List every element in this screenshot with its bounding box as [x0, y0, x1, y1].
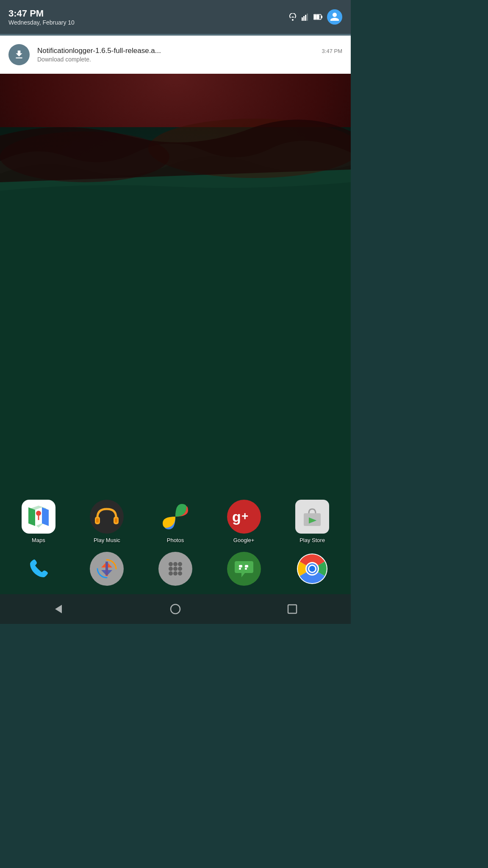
- avatar[interactable]: [327, 9, 342, 25]
- svg-point-39: [173, 567, 177, 571]
- app-row-dock: [4, 548, 347, 586]
- photos-icon: [158, 500, 192, 534]
- nav-recents-button[interactable]: [280, 597, 305, 621]
- app-migrate[interactable]: [86, 552, 128, 586]
- app-photos[interactable]: Photos: [154, 500, 197, 543]
- app-row-main: Maps Play Musi: [4, 500, 347, 548]
- svg-rect-44: [239, 565, 242, 568]
- svg-text:+: +: [241, 509, 248, 523]
- svg-point-36: [173, 562, 177, 566]
- google-plus-icon: g +: [227, 500, 261, 534]
- google-plus-label: Google+: [233, 537, 255, 543]
- maps-icon: [22, 500, 55, 534]
- svg-rect-55: [288, 605, 297, 613]
- svg-rect-7: [305, 15, 306, 21]
- svg-point-54: [171, 604, 180, 614]
- svg-point-43: [178, 571, 182, 576]
- app-google-plus[interactable]: g + Google+: [223, 500, 265, 543]
- notification-divider: [0, 34, 351, 36]
- svg-point-37: [178, 562, 182, 566]
- svg-point-21: [36, 511, 41, 516]
- notification-title: Notificationlogger-1.6.5-full-release.a.…: [37, 47, 161, 55]
- launcher-icon: [158, 552, 192, 586]
- chrome-icon: [295, 552, 329, 586]
- photos-label: Photos: [167, 537, 184, 543]
- svg-point-41: [169, 571, 173, 576]
- svg-point-52: [309, 566, 315, 572]
- svg-rect-5: [302, 17, 303, 21]
- status-date: Wednesday, February 10: [8, 19, 288, 26]
- svg-point-22: [90, 500, 124, 534]
- status-bar: 3:47 PM Wednesday, February 10: [0, 0, 351, 34]
- svg-rect-6: [303, 16, 305, 21]
- status-icons: [288, 9, 342, 25]
- svg-rect-26: [115, 518, 117, 523]
- svg-rect-45: [245, 565, 248, 568]
- phone-icon: [22, 552, 55, 586]
- signal-icon: [302, 13, 309, 21]
- svg-point-35: [169, 562, 173, 566]
- svg-rect-10: [321, 16, 322, 18]
- wifi-icon: [288, 13, 297, 21]
- maps-label: Maps: [32, 537, 45, 543]
- app-launcher[interactable]: [154, 552, 197, 586]
- svg-marker-53: [55, 605, 62, 613]
- notification-icon: [8, 44, 30, 65]
- notification-time: 3:47 PM: [322, 48, 342, 54]
- status-left: 3:47 PM Wednesday, February 10: [8, 8, 288, 26]
- svg-rect-46: [239, 568, 241, 570]
- svg-rect-25: [96, 518, 99, 523]
- app-hangouts[interactable]: [223, 552, 265, 586]
- app-play-music[interactable]: Play Music: [86, 500, 128, 543]
- battery-icon: [313, 14, 323, 20]
- play-store-label: Play Store: [299, 537, 325, 543]
- app-chrome[interactable]: [291, 552, 333, 586]
- svg-point-4: [292, 19, 294, 21]
- notification-content: Notificationlogger-1.6.5-full-release.a.…: [37, 47, 342, 63]
- app-phone[interactable]: [17, 552, 60, 586]
- nav-home-button[interactable]: [163, 597, 188, 621]
- notification-header: Notificationlogger-1.6.5-full-release.a.…: [37, 47, 342, 55]
- app-maps[interactable]: Maps: [17, 500, 60, 543]
- svg-marker-18: [28, 507, 35, 526]
- svg-rect-8: [307, 14, 308, 21]
- svg-point-32: [23, 554, 54, 584]
- svg-rect-47: [245, 568, 247, 570]
- svg-marker-34: [101, 562, 112, 576]
- svg-marker-20: [42, 507, 49, 526]
- status-time: 3:47 PM: [8, 8, 288, 19]
- hangouts-icon: [227, 552, 261, 586]
- svg-point-38: [169, 567, 173, 571]
- svg-point-40: [178, 567, 182, 571]
- nav-back-button[interactable]: [46, 597, 71, 621]
- play-music-icon: [90, 500, 124, 534]
- svg-point-42: [173, 571, 177, 576]
- app-play-store[interactable]: Play Store: [291, 500, 333, 543]
- svg-text:g: g: [232, 509, 241, 525]
- nav-bar: [0, 594, 351, 624]
- app-dock: Maps Play Musi: [0, 500, 351, 586]
- notification-card[interactable]: Notificationlogger-1.6.5-full-release.a.…: [0, 36, 351, 74]
- notification-body: Download complete.: [37, 56, 342, 63]
- play-music-label: Play Music: [94, 537, 120, 543]
- play-store-icon: [295, 500, 329, 534]
- migrate-icon: [90, 552, 124, 586]
